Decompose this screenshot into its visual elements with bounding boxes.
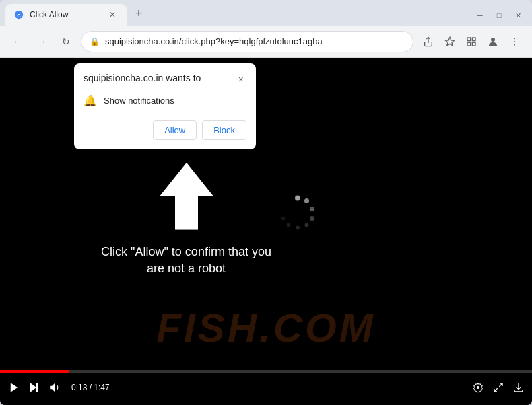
notification-row: 🔔 Show notifications bbox=[74, 91, 256, 115]
svg-point-16 bbox=[305, 223, 309, 227]
share-button[interactable] bbox=[419, 32, 438, 51]
nav-actions bbox=[419, 32, 524, 51]
back-button[interactable]: ← bbox=[8, 32, 27, 51]
svg-line-26 bbox=[494, 388, 498, 392]
browser-window: C Click Allow ✕ + ─ □ ✕ ← → ↻ 🔒 squipisi… bbox=[0, 0, 532, 405]
svg-marker-21 bbox=[30, 383, 36, 392]
settings-button[interactable] bbox=[473, 382, 484, 393]
download-button[interactable] bbox=[513, 382, 524, 393]
content-area: fish.com Click "Allow" to confirm that y… bbox=[0, 58, 532, 405]
svg-point-14 bbox=[310, 207, 314, 211]
notification-popup: squipisioncha.co.in wants to × 🔔 Show no… bbox=[74, 63, 256, 149]
svg-point-8 bbox=[514, 38, 515, 39]
right-controls bbox=[473, 382, 524, 393]
block-button[interactable]: Block bbox=[202, 120, 246, 140]
loading-spinner bbox=[279, 194, 317, 234]
svg-marker-20 bbox=[11, 383, 18, 392]
watermark: fish.com bbox=[0, 305, 532, 351]
svg-point-7 bbox=[491, 38, 495, 42]
svg-point-10 bbox=[514, 44, 515, 45]
video-controls: 0:13 / 1:47 bbox=[0, 370, 532, 405]
tab-favicon: C bbox=[13, 9, 24, 20]
tab-close-button[interactable]: ✕ bbox=[106, 9, 119, 21]
progress-bar[interactable] bbox=[0, 370, 532, 373]
svg-point-19 bbox=[281, 217, 286, 221]
title-bar: C Click Allow ✕ + ─ □ ✕ bbox=[0, 0, 532, 26]
arrow-up-icon bbox=[160, 163, 213, 230]
next-button[interactable] bbox=[28, 381, 40, 394]
active-tab[interactable]: C Click Allow ✕ bbox=[5, 4, 127, 26]
svg-marker-23 bbox=[50, 383, 55, 392]
svg-marker-2 bbox=[445, 37, 454, 46]
navigation-bar: ← → ↻ 🔒 squipisioncha.co.in/click.php?ke… bbox=[0, 26, 532, 58]
new-tab-button[interactable]: + bbox=[129, 4, 148, 23]
svg-point-9 bbox=[514, 41, 515, 42]
window-close-button[interactable]: ✕ bbox=[509, 9, 527, 22]
svg-marker-11 bbox=[160, 163, 213, 230]
svg-point-24 bbox=[477, 386, 479, 389]
tab-title: Click Allow bbox=[30, 10, 101, 20]
address-bar[interactable]: 🔒 squipisioncha.co.in/click.php?key=hqlg… bbox=[81, 31, 413, 52]
svg-point-17 bbox=[296, 226, 300, 230]
popup-actions: Allow Block bbox=[74, 115, 256, 149]
svg-rect-3 bbox=[467, 38, 471, 41]
popup-title: squipisioncha.co.in wants to bbox=[84, 73, 201, 83]
svg-rect-22 bbox=[36, 383, 38, 392]
progress-filled bbox=[0, 370, 69, 373]
svg-point-12 bbox=[295, 196, 300, 201]
minimize-button[interactable]: ─ bbox=[471, 9, 489, 22]
svg-line-25 bbox=[499, 383, 502, 387]
center-content: Click "Allow" to confirm that you are no… bbox=[99, 163, 274, 277]
svg-point-18 bbox=[287, 223, 291, 227]
forward-button[interactable]: → bbox=[32, 32, 51, 51]
svg-rect-6 bbox=[472, 42, 475, 46]
popup-close-button[interactable]: × bbox=[236, 73, 246, 86]
watermark-text: fish.com bbox=[156, 305, 375, 351]
url-text: squipisioncha.co.in/click.php?key=hqlgfp… bbox=[105, 36, 405, 46]
popup-header: squipisioncha.co.in wants to × bbox=[74, 63, 256, 91]
extensions-button[interactable] bbox=[462, 32, 481, 51]
restore-button[interactable]: □ bbox=[490, 9, 508, 22]
window-controls: ─ □ ✕ bbox=[471, 9, 527, 22]
svg-rect-4 bbox=[472, 38, 475, 41]
play-button[interactable] bbox=[8, 381, 20, 394]
confirm-text: Click "Allow" to confirm that you are no… bbox=[99, 244, 274, 277]
svg-text:C: C bbox=[17, 13, 21, 19]
svg-rect-5 bbox=[467, 42, 471, 46]
volume-button[interactable] bbox=[48, 381, 61, 394]
lock-icon: 🔒 bbox=[90, 37, 100, 46]
svg-point-13 bbox=[304, 198, 309, 203]
bookmark-button[interactable] bbox=[440, 32, 459, 51]
profile-button[interactable] bbox=[484, 32, 502, 51]
bell-icon: 🔔 bbox=[84, 94, 97, 107]
allow-button[interactable]: Allow bbox=[153, 120, 197, 140]
menu-button[interactable] bbox=[505, 32, 524, 51]
fullscreen-button[interactable] bbox=[493, 382, 504, 393]
time-display: 0:13 / 1:47 bbox=[71, 383, 110, 392]
reload-button[interactable]: ↻ bbox=[57, 32, 75, 51]
notification-label: Show notifications bbox=[104, 96, 174, 106]
svg-point-15 bbox=[310, 216, 314, 221]
